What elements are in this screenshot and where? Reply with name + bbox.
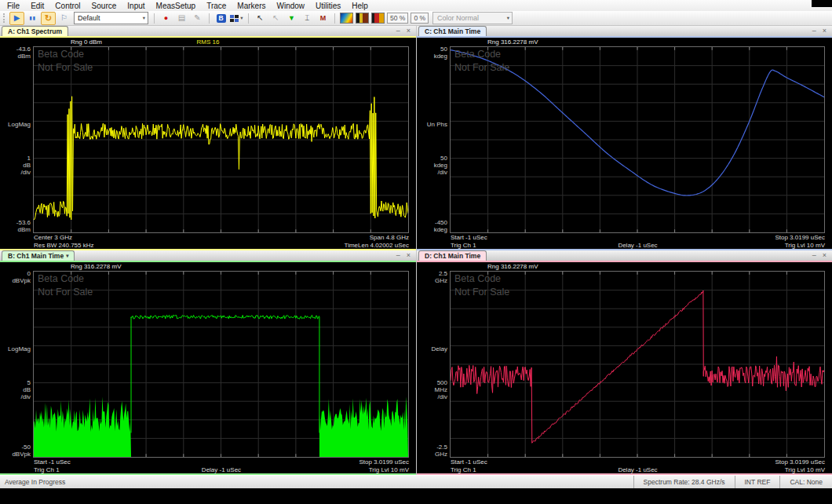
color-mode-value: Color Normal [437, 14, 479, 22]
tab-b[interactable]: B: Ch1 Main Time ▾ [2, 250, 75, 261]
peak-search-button[interactable]: ▼ [284, 12, 299, 25]
pause-button[interactable]: ▮▮ [25, 12, 40, 25]
chevron-down-icon: ▾ [240, 16, 243, 21]
color-mode-select[interactable]: Color Normal ▾ [432, 12, 513, 24]
minimize-icon[interactable]: – [396, 27, 400, 35]
x-axis-labels: Center 3 GHz Span 4.8 GHz Res BW 240.755… [0, 233, 416, 249]
trace-format-label: Un Phs [427, 121, 447, 128]
panel-top-readouts: Rng 0 dBm RMS 16 [0, 38, 416, 46]
marker-button[interactable]: M [316, 12, 330, 25]
minimize-icon[interactable]: – [812, 27, 816, 35]
spectrogram-dark-button[interactable] [355, 12, 370, 25]
chevron-down-icon: ▾ [507, 16, 509, 21]
x-axis-line-1: Start -1 uSec Stop 3.0199 uSec [451, 233, 825, 241]
restart-button[interactable]: ↻ [41, 12, 56, 25]
band-markers-button[interactable]: ⌶ [300, 12, 315, 25]
main-toolbar: ▶ ▮▮ ↻ ⚐ Default ▾ ● ▤ ✎ B ▾ ↖ ↖ ▼ ⌶ M 5… [0, 11, 832, 26]
spectrogram-button[interactable] [339, 12, 354, 25]
x-stop-label: Stop 3.0199 uSec [700, 458, 825, 466]
x-start-label: Start -1 uSec [451, 458, 575, 466]
plot-area[interactable]: Beta Code Not For Sale [33, 271, 409, 458]
menu-trace[interactable]: Trace [201, 2, 232, 10]
close-icon[interactable]: × [407, 27, 411, 35]
block-diagram-button[interactable]: B [213, 12, 228, 25]
save-recording-button[interactable]: ▤ [174, 12, 189, 25]
menu-window[interactable]: Window [271, 2, 310, 10]
tab-a[interactable]: A: Ch1 Spectrum [2, 26, 68, 36]
menu-source[interactable]: Source [86, 2, 122, 10]
menu-markers[interactable]: Markers [232, 2, 271, 10]
tab-d[interactable]: D: Ch1 Main Time [418, 250, 487, 261]
threshold-field[interactable]: 0 % [411, 13, 429, 24]
trigger-source-label: Res BW 240.755 kHz [34, 242, 159, 249]
edit-recording-button[interactable]: ✎ [190, 12, 205, 25]
select-cursor-button[interactable]: ↖ [253, 12, 268, 25]
panel-top-readouts: Rng 316.2278 mV [0, 262, 416, 271]
beta-watermark: Beta Code Not For Sale [454, 272, 509, 299]
close-icon[interactable]: × [823, 27, 827, 35]
y-axis-labels: 2.5 GHz Delay 500 MHz /div -2.5 GHz [417, 271, 450, 458]
desktop-corner [812, 0, 832, 7]
block-diagram-icon: B [217, 14, 226, 23]
persistence-icon [371, 13, 385, 24]
status-cell-2: CAL: None [779, 476, 832, 488]
y-axis-top-value: 50 kdeg [434, 46, 447, 60]
move-marker-button[interactable]: ↖ [268, 12, 283, 25]
preset-value: Default [78, 14, 100, 22]
panel-window-buttons: – × [812, 27, 832, 36]
cursor-arrow-icon: ↖ [257, 14, 263, 22]
x-axis-line-1: Center 3 GHz Span 4.8 GHz [34, 233, 409, 241]
single-sweep-button[interactable]: ⚐ [57, 12, 71, 25]
toolbar-separator [209, 13, 210, 24]
band-marker-icon: ⌶ [305, 14, 310, 22]
tab-c[interactable]: C: Ch1 Main Time [418, 26, 487, 36]
menu-utilities[interactable]: Utilities [310, 2, 346, 10]
menu-edit[interactable]: Edit [25, 2, 49, 10]
pause-icon: ▮▮ [29, 16, 36, 20]
sweep-flag-icon: ⚐ [60, 14, 68, 22]
transparency-field[interactable]: 50 % [387, 13, 408, 24]
menu-help[interactable]: Help [346, 2, 374, 10]
close-icon[interactable]: × [823, 252, 827, 259]
panel-tab-label: D: Ch1 Main Time [425, 252, 480, 260]
trace-plot [451, 272, 824, 457]
y-axis-bottom-value: -50 dBVpk [12, 444, 31, 458]
minimize-icon[interactable]: – [812, 252, 816, 259]
menu-file[interactable]: File [2, 2, 25, 10]
window-layout-button[interactable]: ▾ [229, 12, 244, 25]
panel-window-buttons: – × [812, 252, 832, 261]
play-button[interactable]: ▶ [9, 12, 24, 25]
plot-area[interactable]: Beta Code Not For Sale [450, 271, 825, 458]
panel-tab-bar: B: Ch1 Main Time ▾ – × [0, 250, 416, 262]
record-button[interactable]: ● [159, 12, 173, 25]
panel-tab-label: B: Ch1 Main Time [8, 252, 64, 260]
toolbar-separator [154, 13, 155, 24]
preset-combobox[interactable]: Default ▾ [74, 12, 148, 24]
x-axis-labels: Start -1 uSec Stop 3.0199 uSec Trig Ch 1… [0, 458, 416, 473]
y-axis-top-value: 0 dBVpk [12, 270, 31, 284]
panel-top-readouts: Rng 316.2278 mV [417, 38, 832, 46]
trace-plot [451, 47, 824, 232]
plot-area[interactable]: Beta Code Not For Sale [33, 46, 409, 233]
record-icon: ● [164, 15, 168, 22]
y-axis-bottom-value: -450 kdeg [434, 219, 447, 233]
plot-area[interactable]: Beta Code Not For Sale [450, 46, 825, 233]
trace-format-label: LogMag [8, 345, 31, 352]
minimize-icon[interactable]: – [396, 252, 400, 259]
menu-input[interactable]: Input [122, 2, 150, 10]
x-stop-label: Stop 3.0199 uSec [284, 458, 409, 466]
trigger-source-label: Trig Ch 1 [451, 242, 575, 249]
chevron-down-icon: ▾ [143, 16, 145, 21]
panel-tab-label: C: Ch1 Main Time [425, 27, 480, 35]
toolbar-separator [334, 13, 335, 24]
menu-control[interactable]: Control [49, 2, 86, 10]
delay-label: Delay -1 uSec [575, 242, 700, 249]
x-axis-line-2: Trig Ch 1 Delay -1 uSec Trig Lvl 10 mV [451, 466, 825, 473]
menu-meassetup[interactable]: MeasSetup [151, 2, 202, 10]
trigger-source-label: Trig Ch 1 [451, 466, 575, 473]
persistence-button[interactable] [370, 12, 385, 25]
plot-row: 0 dBVpk LogMag 5 dB /div -50 dBVpk Beta … [0, 271, 416, 458]
toolbar-grip [3, 13, 6, 23]
panel-a: A: Ch1 Spectrum – × Rng 0 dBm RMS 16 -43… [0, 26, 416, 250]
close-icon[interactable]: × [407, 252, 411, 259]
